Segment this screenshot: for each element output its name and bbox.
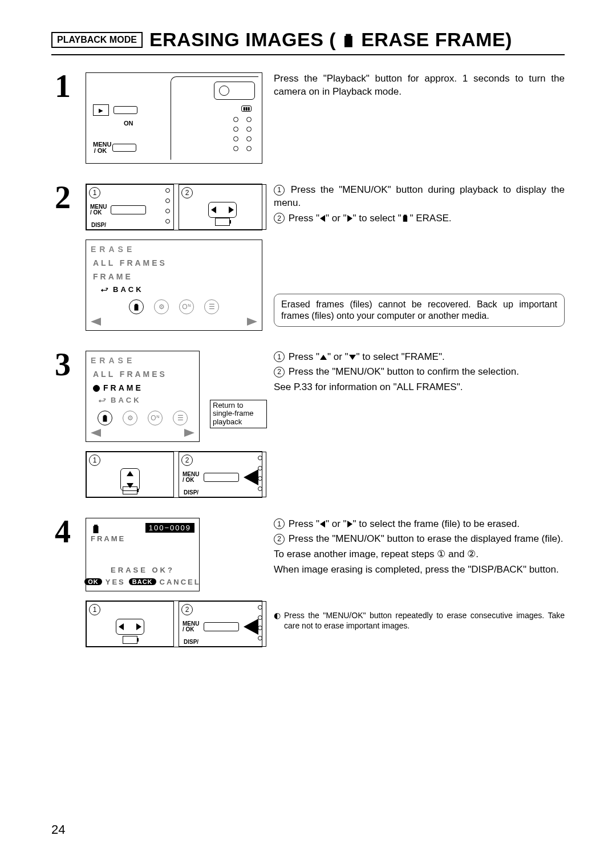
right-arrow-icon [347,215,352,222]
right-arrow-icon [347,521,352,528]
yes-label: YES [106,578,125,586]
menu-ok-button [112,144,136,152]
callout-1: 1 [89,187,100,198]
battery-icon: ▮▮▮ [241,106,252,112]
page-number: 24 [51,822,65,837]
step3-line2: Press the "MENU/OK" button to confirm th… [289,366,519,377]
playback-button [114,106,137,114]
camera-back-diagram: 1 MENU / OK DISP/ [86,184,262,230]
menu-option-back: ⮐BACK [99,396,146,404]
menu-option-all: ALL FRAMES [93,258,257,267]
trash-icon [401,213,410,222]
left-arrow-icon [320,521,325,528]
up-arrow-icon [320,355,327,360]
back-pill: BACK [129,578,156,585]
down-arrow-icon [349,355,356,360]
play-icon: ▶ [93,104,109,116]
trash-icon [91,523,101,534]
battery-icon [123,486,137,494]
note-text: Press the "MENU/OK" button repeatedly to… [284,611,565,631]
ok-label: / OK [93,148,108,154]
menu-icon: Oᴺ [179,299,194,314]
nav-right-icon [184,429,194,437]
step-number: 4 [51,516,74,547]
step-text: 1 Press "" or "" to select "FRAME". 2 Pr… [274,351,565,397]
step4-line3: To erase another image, repeat steps ① a… [274,548,565,561]
num-1-icon: 1 [274,518,285,529]
trash-icon [341,31,356,48]
num-2-icon: 2 [274,534,285,545]
menu-option-back: ⮐ BACK [99,285,144,294]
cancel-label: CANCEL [160,578,201,586]
menu-ok-button [204,622,239,631]
num-2-icon: 2 [274,367,285,378]
note-bullet-icon: ◐ [274,611,281,631]
step-diagram: 100−0009 FRAME ERASE OK? OK YES BACK CAN… [86,518,262,647]
num-2-icon: 2 [274,213,285,224]
footnote: ◐ Press the "MENU/OK" button repeatedly … [274,611,565,631]
steps-container: 1 ▶ ON MENU / OK [51,72,565,647]
nav-left-icon [91,429,101,437]
camera-back-diagram: 1 2 MENU [86,601,262,647]
title-text-a: ERASING IMAGES ( [149,29,336,51]
dpad-icon [208,202,237,218]
menu-ok-button [204,473,239,482]
menu-icon: ☰ [173,411,188,425]
page-title: ERASING IMAGES ( ERASE FRAME) [149,29,512,51]
step-number: 3 [51,348,74,380]
callout-1: 1 [89,604,100,615]
back-callout: Return to single-frame playback [210,400,267,429]
menu-ok-button [111,205,146,214]
step4-line4: When image erasing is completed, press t… [274,563,565,577]
num-1-icon: 1 [274,351,285,362]
press-arrow-icon [244,469,258,485]
callout-2: 2 [181,455,193,466]
battery-icon [123,636,137,644]
menu-option-all: ALL FRAMES [93,370,194,379]
trash-icon [98,411,112,425]
nav-left-icon [91,318,101,326]
menu-title: ERASE [91,245,257,254]
step-diagram: ERASE ALL FRAMES FRAME ⮐BACK ⚙ Oᴺ ☰ [86,351,262,498]
menu-option-frame: FRAME [93,272,257,281]
step-diagram: 1 MENU / OK DISP/ [86,184,262,331]
frame-label: FRAME [91,534,194,543]
step-text: Press the "Playback" button for approx. … [274,72,565,101]
camera-back-diagram: 1 2 MENU [86,451,262,498]
menu-title: ERASE [91,356,194,365]
on-label: ON [93,120,164,127]
step-text: 1 Press the "MENU/OK" button during play… [274,184,565,327]
press-arrow-icon [244,619,258,635]
step-4: 4 100−0009 FRAME ERASE OK? OK YES BACK [51,518,565,647]
warning-box: Erased frames (files) cannot be recovere… [274,294,565,327]
step2-line1: Press the "MENU/OK" button during playba… [274,184,565,208]
ok-pill: OK [84,578,102,585]
callout-2: 2 [181,187,193,198]
step-number: 1 [51,70,74,102]
callout-2: 2 [181,604,193,615]
disp-label: DISP/ [184,490,198,496]
menu-icon: ⚙ [154,299,169,314]
num-1-icon: 1 [274,185,285,196]
title-bar: PLAYBACK MODE ERASING IMAGES ( ERASE FRA… [51,29,565,55]
nav-right-icon [247,318,257,326]
step-3: 3 ERASE ALL FRAMES FRAME ⮐BACK ⚙ [51,351,565,498]
step-1: 1 ▶ ON MENU / OK [51,72,565,164]
mode-badge: PLAYBACK MODE [51,32,143,48]
battery-icon [215,218,230,226]
camera-top-diagram: ▶ ON MENU / OK [86,72,262,164]
erase-ok-prompt: ERASE OK? [91,566,194,574]
erase-menu-screen: ERASE ALL FRAMES FRAME ⮐ BACK ⚙ Oᴺ [86,240,262,331]
file-number: 100−0009 [145,523,194,533]
disp-label: DISP/ [91,222,106,228]
step-text: 1 Press "" or "" to select the frame (fi… [274,518,565,631]
menu-icon: ⚙ [123,411,137,425]
step-number: 2 [51,181,74,213]
menu-icon: ☰ [204,299,219,314]
dpad-icon [116,619,144,635]
step1-text: Press the "Playback" button for approx. … [274,72,565,99]
menu-option-frame-selected: FRAME [93,383,194,392]
step-diagram: ▶ ON MENU / OK [86,72,262,164]
step3-line3: See P.33 for information on "ALL FRAMES"… [274,381,565,394]
left-arrow-icon [320,215,325,222]
